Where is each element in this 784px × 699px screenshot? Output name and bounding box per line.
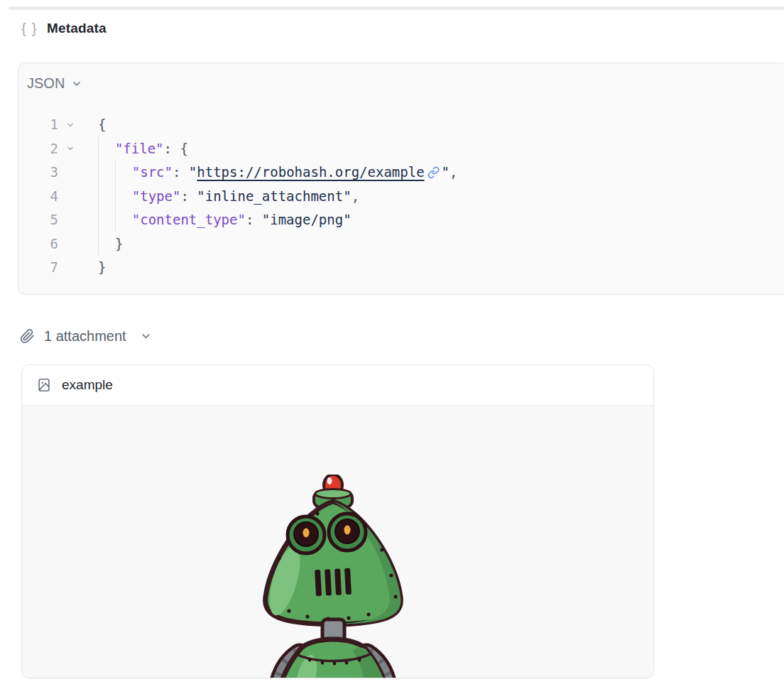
- code-token: : {: [164, 137, 188, 161]
- code-token: :: [180, 185, 197, 209]
- chevron-down-icon: [71, 78, 82, 90]
- code-token: "type": [132, 185, 181, 209]
- fold-toggle-icon[interactable]: [65, 137, 76, 161]
- code-block: 1 { 2 "file": { 3 "src": "https://roboha…: [18, 113, 784, 280]
- attachments-summary-label: 1 attachment: [44, 328, 126, 345]
- line-number: 1: [40, 113, 58, 137]
- external-link-icon[interactable]: [428, 166, 440, 178]
- line-number: 4: [40, 185, 58, 209]
- attachment-name: example: [62, 377, 113, 393]
- page: { } Metadata JSON 1 { 2 "file": { 3 "src…: [0, 0, 784, 699]
- paperclip-icon: [20, 329, 35, 344]
- code-token: ,: [352, 185, 359, 209]
- code-token: :: [246, 208, 262, 232]
- src-url-link[interactable]: https://robohash.org/example: [197, 161, 424, 185]
- indent-guide: [115, 208, 132, 232]
- language-selector[interactable]: JSON: [18, 63, 82, 92]
- code-line-1: 1 {: [18, 113, 784, 137]
- code-token: "inline_attachment": [197, 185, 351, 209]
- indent-guide: [98, 161, 115, 185]
- code-line-6: 6 }: [18, 232, 784, 256]
- code-token: ": [442, 161, 450, 185]
- code-line-2: 2 "file": {: [18, 137, 784, 161]
- code-line-5: 5 "content_type": "image/png": [18, 208, 784, 232]
- code-token: "src": [132, 161, 173, 185]
- indent-guide: [98, 185, 115, 209]
- code-line-4: 4 "type": "inline_attachment",: [18, 185, 784, 209]
- code-token: :: [173, 161, 189, 185]
- code-token: ": [189, 161, 197, 185]
- attachment-card-header[interactable]: example: [22, 365, 653, 406]
- line-number: 5: [40, 208, 58, 232]
- indent-guide: [98, 137, 115, 161]
- attachment-card: example: [21, 364, 654, 678]
- fold-toggle-icon[interactable]: [65, 113, 76, 137]
- json-editor-panel: JSON 1 { 2 "file": { 3 "src": "https://r…: [18, 63, 784, 295]
- indent-guide: [115, 185, 132, 209]
- indent-guide: [98, 232, 115, 256]
- code-token: }: [98, 256, 106, 280]
- code-token: "content_type": [132, 208, 246, 232]
- chevron-down-icon: [141, 331, 151, 342]
- line-number: 6: [40, 232, 58, 256]
- code-token: {: [98, 113, 106, 137]
- code-line-3: 3 "src": "https://robohash.org/example",: [18, 161, 784, 185]
- line-number: 7: [40, 256, 58, 280]
- code-token: "image/png": [262, 208, 352, 232]
- indent-guide: [115, 161, 132, 185]
- attachments-toggle[interactable]: 1 attachment: [20, 328, 151, 345]
- metadata-section-header: { } Metadata: [21, 18, 107, 38]
- code-token: ,: [450, 161, 457, 185]
- line-number: 3: [40, 161, 58, 185]
- robot-image: [227, 475, 440, 678]
- image-file-icon: [36, 377, 52, 393]
- metadata-section-title: Metadata: [47, 18, 107, 38]
- braces-icon: { }: [21, 18, 38, 38]
- section-divider: [9, 6, 784, 10]
- code-line-7: 7 }: [18, 256, 784, 280]
- indent-guide: [98, 208, 115, 232]
- line-number: 2: [40, 137, 58, 161]
- language-selector-label: JSON: [27, 75, 65, 92]
- code-token: }: [115, 232, 123, 256]
- code-token: "file": [115, 137, 164, 161]
- attachment-preview: [22, 406, 653, 678]
